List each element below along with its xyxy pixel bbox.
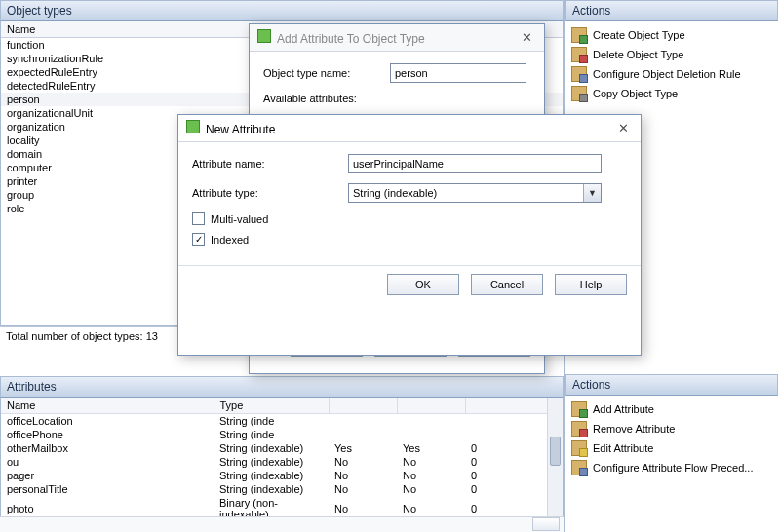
table-row[interactable]: otherMailboxString (indexable)YesYes0	[1, 441, 563, 455]
table-row[interactable]: officeLocationString (inde	[1, 414, 563, 429]
close-icon[interactable]: ✕	[518, 30, 536, 45]
chevron-down-icon[interactable]: ▼	[583, 184, 601, 202]
attributes-header: Attributes	[0, 376, 564, 398]
statusbar-grip-icon	[532, 517, 560, 531]
app-icon	[257, 29, 271, 43]
actions-bottom-list: Add AttributeRemove AttributeEdit Attrib…	[565, 396, 778, 481]
object-types-header: Object types	[0, 0, 564, 21]
attributes-table-wrap: Name Type officeLocationString (indeoffi…	[0, 398, 564, 522]
action-label: Copy Object Type	[593, 88, 678, 99]
table-row[interactable]: pagerString (indexable)NoNo0	[1, 469, 563, 482]
action-item[interactable]: Configure Object Deletion Rule	[569, 64, 774, 84]
actions-top-header: Actions	[565, 0, 778, 21]
attr-col-name[interactable]: Name	[1, 398, 214, 414]
action-item[interactable]: Copy Object Type	[569, 84, 774, 103]
dialog-add-title: Add Attribute To Object Type	[277, 32, 425, 46]
add-icon	[571, 401, 587, 417]
label-indexed: Indexed	[211, 234, 249, 246]
action-label: Edit Attribute	[593, 442, 653, 454]
help-button[interactable]: Help	[555, 274, 627, 295]
attribute-name-input[interactable]	[348, 154, 602, 173]
action-label: Configure Object Deletion Rule	[593, 68, 741, 80]
object-type-name-input[interactable]	[390, 63, 526, 83]
action-item[interactable]: Edit Attribute	[569, 438, 774, 458]
app-icon	[186, 120, 200, 133]
multi-valued-checkbox[interactable]	[192, 212, 205, 225]
dialog-add-title-bar[interactable]: Add Attribute To Object Type ✕	[250, 24, 544, 52]
del-icon	[571, 47, 587, 62]
attributes-scrollbar[interactable]	[547, 398, 563, 521]
indexed-checkbox[interactable]: ✓	[192, 233, 205, 246]
table-row[interactable]: ouString (indexable)NoNo0	[1, 455, 563, 469]
action-item[interactable]: Create Object Type	[569, 25, 774, 45]
dialog-new-attribute: New Attribute ✕ Attribute name: Attribut…	[177, 114, 642, 356]
label-object-type-name: Object type name:	[263, 67, 390, 79]
actions-bottom-header: Actions	[565, 374, 778, 396]
action-label: Remove Attribute	[593, 423, 675, 435]
attribute-type-select[interactable]	[348, 183, 602, 203]
label-attribute-name: Attribute name:	[192, 158, 348, 170]
table-row[interactable]: personalTitleString (indexable)NoNo0	[1, 482, 563, 496]
cancel-button[interactable]: Cancel	[471, 274, 543, 295]
action-label: Add Attribute	[593, 403, 654, 415]
label-attribute-type: Attribute type:	[192, 187, 348, 199]
label-multi-valued: Multi-valued	[211, 213, 268, 225]
action-item[interactable]: Delete Object Type	[569, 45, 774, 64]
action-label: Create Object Type	[593, 29, 685, 41]
table-row[interactable]: officePhoneString (inde	[1, 428, 563, 441]
cfg-icon	[571, 66, 587, 82]
status-bar	[0, 516, 564, 532]
indexed-checkbox-row[interactable]: ✓ Indexed	[192, 233, 627, 246]
ok-button[interactable]: OK	[387, 274, 459, 295]
attributes-table[interactable]: Name Type officeLocationString (indeoffi…	[1, 398, 563, 522]
attr-col-3[interactable]	[397, 398, 465, 414]
action-item[interactable]: Configure Attribute Flow Preced...	[569, 458, 774, 477]
dialog-new-title: New Attribute	[206, 123, 275, 136]
action-label: Configure Attribute Flow Preced...	[593, 462, 753, 474]
attr-col-2[interactable]	[329, 398, 397, 414]
action-label: Delete Object Type	[593, 49, 683, 60]
dialog-new-button-row: OK Cancel Help	[178, 265, 641, 303]
close-icon[interactable]: ✕	[614, 121, 633, 135]
edit-icon	[571, 440, 587, 456]
action-item[interactable]: Add Attribute	[569, 399, 774, 419]
dialog-new-title-bar[interactable]: New Attribute ✕	[178, 115, 641, 142]
del-icon	[571, 421, 587, 437]
col-name: Name	[7, 23, 35, 35]
add-icon	[571, 27, 587, 43]
copy-icon	[571, 86, 587, 101]
multi-valued-checkbox-row[interactable]: Multi-valued	[192, 212, 627, 225]
label-available-attributes: Available attributes:	[263, 93, 357, 104]
action-item[interactable]: Remove Attribute	[569, 419, 774, 438]
cfg-icon	[571, 460, 587, 475]
attr-col-type[interactable]: Type	[214, 398, 329, 414]
